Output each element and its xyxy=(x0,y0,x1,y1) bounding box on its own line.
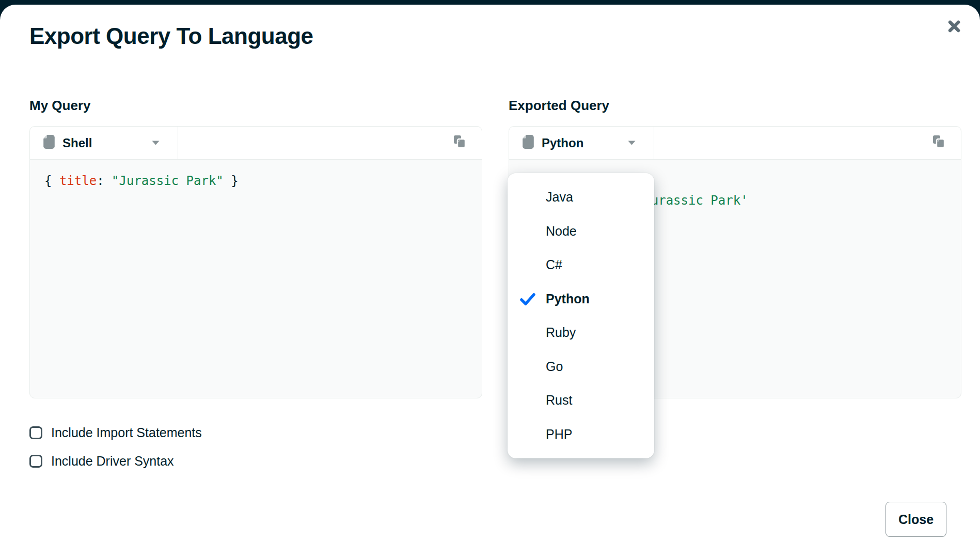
file-icon xyxy=(523,135,534,151)
code-token-key: title xyxy=(59,174,97,188)
import-statements-checkbox[interactable] xyxy=(29,426,42,439)
file-icon xyxy=(43,135,55,151)
my-query-copy-button[interactable] xyxy=(452,134,469,152)
menu-item-label: Python xyxy=(546,291,590,306)
export-query-dialog: Export Query To Language My Query Export… xyxy=(0,5,980,555)
menu-item-go[interactable]: Go xyxy=(508,350,654,384)
menu-item-label: PHP xyxy=(546,427,572,442)
menu-item-python[interactable]: Python xyxy=(508,282,654,316)
exported-query-copy-button[interactable] xyxy=(931,134,949,152)
option-include-driver-syntax: Include Driver Syntax xyxy=(29,454,174,469)
menu-item-rust[interactable]: Rust xyxy=(508,383,654,418)
menu-item-label: Java xyxy=(546,190,573,205)
menu-item-java[interactable]: Java xyxy=(508,180,654,214)
menu-item-php[interactable]: PHP xyxy=(508,418,654,452)
my-query-panel: Shell { title: "Jurassic Park" } xyxy=(29,126,482,398)
dialog-close-button[interactable] xyxy=(944,17,965,38)
dialog-title: Export Query To Language xyxy=(29,23,313,49)
menu-item-csharp[interactable]: C# xyxy=(508,248,654,282)
exported-query-label: Exported Query xyxy=(509,98,609,114)
menu-item-node[interactable]: Node xyxy=(508,214,654,249)
code-token-string: "Jurassic Park" xyxy=(112,174,224,188)
close-icon xyxy=(945,18,963,37)
menu-item-label: Ruby xyxy=(546,325,576,340)
language-dropdown-menu: Java Node C# Python Ruby Go Rust PHP xyxy=(508,173,654,458)
my-query-panel-header: Shell xyxy=(30,127,482,160)
menu-item-label: C# xyxy=(546,257,562,272)
my-query-code: { title: "Jurassic Park" } xyxy=(30,160,482,202)
copy-icon xyxy=(453,134,468,152)
my-query-label: My Query xyxy=(29,98,91,114)
exported-query-header-spacer xyxy=(654,127,931,159)
exported-query-language-value: Python xyxy=(542,136,583,150)
my-query-language-select[interactable]: Shell xyxy=(30,127,178,159)
close-button[interactable]: Close xyxy=(886,502,946,537)
chevron-down-icon xyxy=(151,140,160,146)
menu-item-label: Go xyxy=(546,359,563,374)
driver-syntax-checkbox[interactable] xyxy=(29,455,42,468)
menu-item-label: Rust xyxy=(546,393,572,408)
exported-query-language-select[interactable]: Python xyxy=(509,127,654,159)
my-query-language-value: Shell xyxy=(62,136,92,150)
my-query-header-spacer xyxy=(178,127,452,159)
option-include-import-statements: Include Import Statements xyxy=(29,425,202,440)
copy-icon xyxy=(932,134,947,152)
driver-syntax-label[interactable]: Include Driver Syntax xyxy=(51,454,174,469)
code-token: } xyxy=(224,174,239,188)
menu-item-ruby[interactable]: Ruby xyxy=(508,316,654,350)
import-statements-label[interactable]: Include Import Statements xyxy=(51,425,202,440)
exported-query-panel-header: Python xyxy=(509,127,961,160)
menu-item-label: Node xyxy=(546,224,577,239)
code-token: : xyxy=(97,174,112,188)
code-token: { xyxy=(44,174,59,188)
chevron-down-icon xyxy=(627,140,636,146)
checkmark-icon xyxy=(520,292,535,306)
